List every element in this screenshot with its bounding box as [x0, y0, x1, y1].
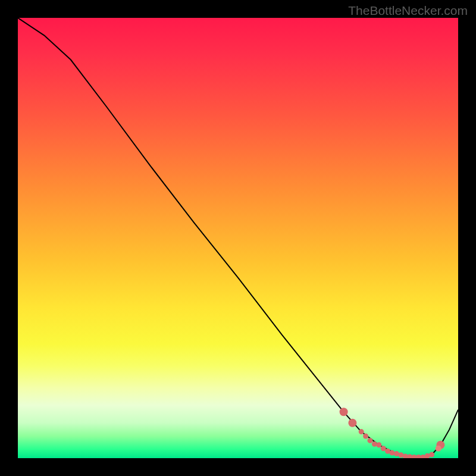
marker-dot: [372, 441, 377, 447]
marker-dot: [340, 408, 348, 416]
chart-svg: [18, 18, 458, 458]
marker-dot: [436, 446, 441, 452]
marker-dot: [348, 419, 356, 427]
marker-dot: [376, 442, 381, 447]
marker-dot: [390, 450, 395, 456]
marker-dot: [363, 434, 368, 439]
watermark-text: TheBottleNecker.com: [348, 4, 468, 18]
marker-dot: [359, 429, 364, 434]
chart-area: [18, 18, 458, 458]
marker-dot: [368, 438, 373, 443]
bottleneck-curve: [18, 18, 458, 458]
marker-cluster: [340, 408, 445, 458]
marker-dot: [429, 452, 434, 458]
